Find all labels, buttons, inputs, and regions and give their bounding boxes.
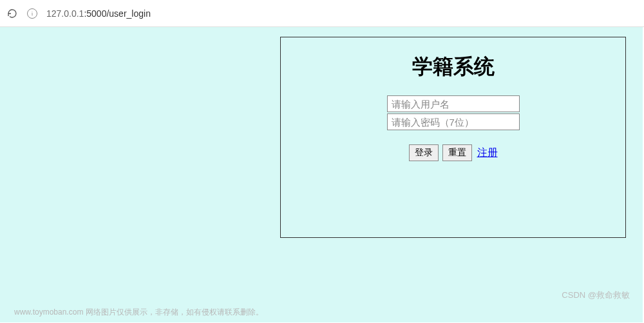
- page-title: 学籍系统: [281, 53, 625, 81]
- url-display[interactable]: 127.0.0.1:5000/user_login: [46, 8, 151, 19]
- url-host: 127.0.0.1: [46, 8, 84, 19]
- info-letter: i: [32, 10, 33, 17]
- login-panel: 学籍系统 登录 重置 注册: [280, 37, 626, 238]
- reset-button[interactable]: 重置: [442, 144, 472, 161]
- url-port: :5000: [84, 8, 106, 19]
- username-input[interactable]: [387, 95, 520, 112]
- url-path: /user_login: [106, 8, 151, 19]
- username-row: [281, 95, 625, 112]
- action-row: 登录 重置 注册: [281, 144, 625, 161]
- site-info-icon[interactable]: i: [27, 8, 37, 19]
- refresh-icon[interactable]: [6, 8, 18, 19]
- login-button[interactable]: 登录: [409, 144, 439, 161]
- watermark-bottom-left: www.toymoban.com 网络图片仅供展示，非存储，如有侵权请联系删除。: [14, 307, 263, 318]
- password-input[interactable]: [387, 113, 520, 130]
- watermark-bottom-right: CSDN @救命救敏: [562, 289, 630, 301]
- browser-address-bar: i 127.0.0.1:5000/user_login: [0, 0, 644, 27]
- page-content: 学籍系统 登录 重置 注册: [0, 27, 643, 322]
- register-link[interactable]: 注册: [477, 146, 498, 160]
- password-row: [281, 113, 625, 130]
